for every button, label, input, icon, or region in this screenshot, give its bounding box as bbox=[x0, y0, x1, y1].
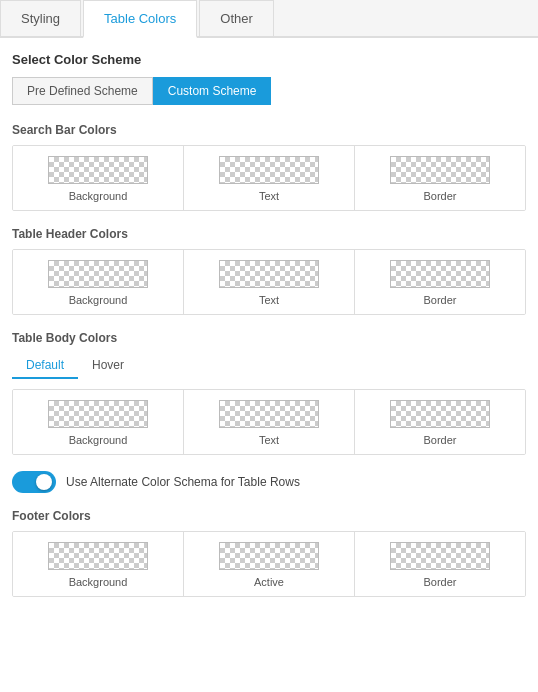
table-body-colors-title: Table Body Colors bbox=[12, 331, 526, 345]
select-color-scheme-title: Select Color Scheme bbox=[12, 52, 526, 67]
footer-border-swatch bbox=[390, 542, 490, 570]
header-text-swatch bbox=[219, 260, 319, 288]
footer-border-cell[interactable]: Border bbox=[355, 532, 525, 596]
sub-tab-default[interactable]: Default bbox=[12, 353, 78, 379]
tab-styling[interactable]: Styling bbox=[0, 0, 81, 36]
alternate-color-toggle[interactable] bbox=[12, 471, 56, 493]
sub-tab-hover[interactable]: Hover bbox=[78, 353, 138, 379]
search-bar-color-grid: Background Text Border bbox=[12, 145, 526, 211]
table-header-colors-title: Table Header Colors bbox=[12, 227, 526, 241]
footer-colors-section: Footer Colors Background Active Border bbox=[12, 509, 526, 597]
header-background-cell[interactable]: Background bbox=[13, 250, 184, 314]
header-border-swatch bbox=[390, 260, 490, 288]
body-border-swatch bbox=[390, 400, 490, 428]
search-text-swatch bbox=[219, 156, 319, 184]
body-background-swatch bbox=[48, 400, 148, 428]
body-border-cell[interactable]: Border bbox=[355, 390, 525, 454]
header-border-label: Border bbox=[423, 294, 456, 306]
tab-other[interactable]: Other bbox=[199, 0, 274, 36]
search-bar-colors-title: Search Bar Colors bbox=[12, 123, 526, 137]
toggle-row: Use Alternate Color Schema for Table Row… bbox=[12, 471, 526, 493]
custom-scheme-button[interactable]: Custom Scheme bbox=[153, 77, 272, 105]
search-border-cell[interactable]: Border bbox=[355, 146, 525, 210]
search-text-cell[interactable]: Text bbox=[184, 146, 355, 210]
footer-border-label: Border bbox=[423, 576, 456, 588]
toggle-thumb bbox=[36, 474, 52, 490]
body-border-label: Border bbox=[423, 434, 456, 446]
tab-table-colors[interactable]: Table Colors bbox=[83, 0, 197, 38]
table-header-color-grid: Background Text Border bbox=[12, 249, 526, 315]
table-body-color-grid: Background Text Border bbox=[12, 389, 526, 455]
main-content: Select Color Scheme Pre Defined Scheme C… bbox=[0, 38, 538, 627]
header-text-label: Text bbox=[259, 294, 279, 306]
search-background-swatch bbox=[48, 156, 148, 184]
footer-active-label: Active bbox=[254, 576, 284, 588]
footer-background-swatch bbox=[48, 542, 148, 570]
body-background-cell[interactable]: Background bbox=[13, 390, 184, 454]
header-background-swatch bbox=[48, 260, 148, 288]
footer-active-cell[interactable]: Active bbox=[184, 532, 355, 596]
header-background-label: Background bbox=[69, 294, 128, 306]
footer-color-grid: Background Active Border bbox=[12, 531, 526, 597]
footer-background-label: Background bbox=[69, 576, 128, 588]
body-sub-tab-bar: Default Hover bbox=[12, 353, 526, 379]
header-border-cell[interactable]: Border bbox=[355, 250, 525, 314]
predefined-scheme-button[interactable]: Pre Defined Scheme bbox=[12, 77, 153, 105]
search-border-swatch bbox=[390, 156, 490, 184]
body-text-label: Text bbox=[259, 434, 279, 446]
search-text-label: Text bbox=[259, 190, 279, 202]
body-text-cell[interactable]: Text bbox=[184, 390, 355, 454]
search-border-label: Border bbox=[423, 190, 456, 202]
table-body-colors-section: Table Body Colors Default Hover Backgrou… bbox=[12, 331, 526, 455]
footer-colors-title: Footer Colors bbox=[12, 509, 526, 523]
header-text-cell[interactable]: Text bbox=[184, 250, 355, 314]
scheme-button-group: Pre Defined Scheme Custom Scheme bbox=[12, 77, 526, 105]
footer-active-swatch bbox=[219, 542, 319, 570]
toggle-label: Use Alternate Color Schema for Table Row… bbox=[66, 475, 300, 489]
footer-background-cell[interactable]: Background bbox=[13, 532, 184, 596]
search-bar-colors-section: Search Bar Colors Background Text Border bbox=[12, 123, 526, 211]
search-background-cell[interactable]: Background bbox=[13, 146, 184, 210]
tab-bar: Styling Table Colors Other bbox=[0, 0, 538, 38]
body-background-label: Background bbox=[69, 434, 128, 446]
search-background-label: Background bbox=[69, 190, 128, 202]
table-header-colors-section: Table Header Colors Background Text Bord… bbox=[12, 227, 526, 315]
body-text-swatch bbox=[219, 400, 319, 428]
